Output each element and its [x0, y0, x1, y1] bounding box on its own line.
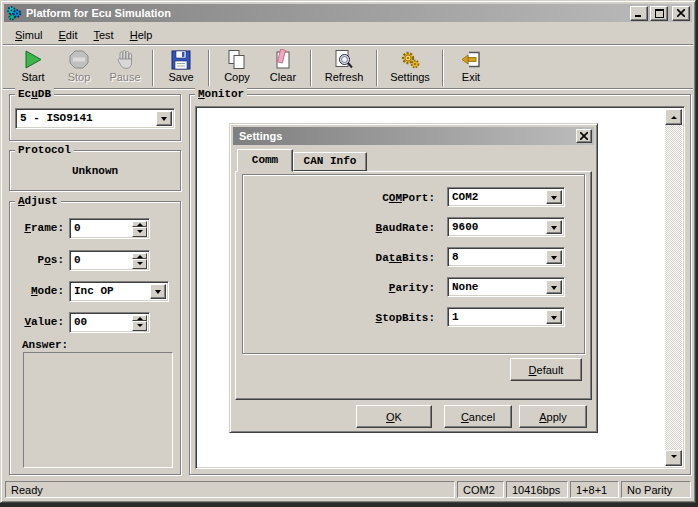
- value-label: Value:: [12, 316, 64, 328]
- tab-can-info[interactable]: CAN Info: [293, 152, 367, 171]
- chevron-down-icon[interactable]: [546, 190, 562, 204]
- ok-button[interactable]: OK: [356, 405, 432, 428]
- window-title: Platform for Ecu Simulation: [26, 7, 628, 19]
- toolbar-separator: [310, 50, 312, 86]
- dialog-title: Settings: [239, 130, 576, 142]
- scroll-up-button[interactable]: [665, 109, 682, 125]
- pos-spinner[interactable]: 0: [69, 250, 150, 271]
- chevron-down-icon[interactable]: [546, 250, 562, 264]
- mode-label: Mode:: [12, 285, 64, 297]
- parity-label: Parity:: [305, 282, 435, 294]
- status-bar: Ready COM2 10416bps 1+8+1 No Parity: [3, 478, 693, 500]
- comport-label: COMPort:: [305, 192, 435, 204]
- title-bar[interactable]: Platform for Ecu Simulation: [4, 4, 692, 22]
- monitor-group-title: Monitor: [195, 88, 247, 101]
- default-button[interactable]: Default: [510, 358, 582, 381]
- stop-sign-icon: [67, 49, 91, 71]
- databits-label: DataBits:: [305, 252, 435, 264]
- frame-spin-down[interactable]: [132, 227, 147, 237]
- exit-button[interactable]: Exit: [448, 48, 494, 88]
- chevron-down-icon[interactable]: [150, 284, 166, 299]
- chevron-down-icon[interactable]: [156, 111, 172, 126]
- save-button[interactable]: Save: [158, 48, 204, 88]
- toolbar: Start Stop Pause: [3, 47, 693, 89]
- menu-test[interactable]: Test: [85, 26, 121, 44]
- monitor-scrollbar[interactable]: [665, 109, 682, 466]
- dialog-title-bar[interactable]: Settings: [233, 127, 594, 145]
- chevron-down-icon[interactable]: [546, 280, 562, 294]
- pos-label: Pos:: [12, 254, 64, 266]
- value-spinner[interactable]: 00: [69, 312, 150, 333]
- protocol-group: Protocol Unknown: [9, 150, 181, 191]
- status-frame-format: 1+8+1: [570, 481, 619, 498]
- copy-button[interactable]: Copy: [214, 48, 260, 88]
- answer-label: Answer:: [22, 339, 68, 351]
- stopbits-value: 1: [448, 308, 546, 326]
- cancel-button[interactable]: Cancel: [444, 405, 512, 428]
- close-icon: [677, 9, 685, 17]
- app-icon: [6, 5, 22, 21]
- app-window: Platform for Ecu Simulation Simul Edit T…: [0, 0, 696, 503]
- databits-select[interactable]: 8: [447, 247, 565, 267]
- parity-value: None: [448, 278, 546, 296]
- play-icon: [21, 49, 45, 71]
- refresh-button[interactable]: Refresh: [316, 48, 372, 88]
- apply-button[interactable]: Apply: [519, 405, 587, 428]
- comport-select[interactable]: COM2: [447, 187, 565, 207]
- baudrate-label: BaudRate:: [305, 222, 435, 234]
- status-parity: No Parity: [621, 481, 691, 498]
- baudrate-value: 9600: [448, 218, 546, 236]
- scrollbar-track[interactable]: [665, 125, 682, 450]
- menu-bar: Simul Edit Test Help: [3, 25, 693, 45]
- stop-button: Stop: [56, 48, 102, 88]
- stopbits-select[interactable]: 1: [447, 307, 565, 327]
- ecudb-select-value: 5 - ISO9141: [16, 109, 156, 128]
- ecudb-select[interactable]: 5 - ISO9141: [15, 108, 175, 129]
- comport-value: COM2: [448, 188, 546, 206]
- clear-eraser-icon: [271, 49, 295, 71]
- menu-edit[interactable]: Edit: [51, 26, 86, 44]
- scroll-down-button[interactable]: [665, 450, 682, 466]
- ecudb-group-title: EcuDB: [15, 88, 54, 101]
- baudrate-select[interactable]: 9600: [447, 217, 565, 237]
- pos-value: 0: [70, 251, 132, 270]
- adjust-group: Adjust Frame: 0 Pos: 0 Mode: Inc OP Valu…: [9, 201, 181, 475]
- tab-comm[interactable]: Comm: [237, 149, 293, 172]
- floppy-disk-icon: [169, 49, 193, 71]
- adjust-group-title: Adjust: [15, 195, 61, 208]
- minimize-button[interactable]: [630, 6, 648, 21]
- status-baud-rate: 10416bps: [506, 481, 568, 498]
- toolbar-separator: [208, 50, 210, 86]
- mode-select[interactable]: Inc OP: [69, 281, 169, 302]
- status-message: Ready: [5, 481, 455, 498]
- menu-simul[interactable]: Simul: [7, 26, 51, 44]
- pause-hand-icon: [113, 49, 137, 71]
- ecudb-group: EcuDB 5 - ISO9141: [9, 94, 181, 141]
- value-spin-down[interactable]: [132, 321, 147, 331]
- answer-box: [23, 352, 173, 468]
- close-button[interactable]: [672, 6, 690, 21]
- dialog-close-button[interactable]: [576, 129, 592, 143]
- maximize-icon: [655, 9, 664, 18]
- start-button[interactable]: Start: [10, 48, 56, 88]
- toolbar-separator: [376, 50, 378, 86]
- pos-spin-down[interactable]: [132, 259, 147, 269]
- screen: Platform for Ecu Simulation Simul Edit T…: [0, 0, 698, 507]
- maximize-button[interactable]: [650, 6, 668, 21]
- protocol-group-title: Protocol: [15, 144, 74, 157]
- toolbar-separator: [152, 50, 154, 86]
- window-controls: [628, 6, 690, 21]
- chevron-down-icon[interactable]: [546, 220, 562, 234]
- frame-spinner[interactable]: 0: [69, 218, 150, 239]
- clear-button[interactable]: Clear: [260, 48, 306, 88]
- close-icon: [580, 132, 588, 140]
- mode-select-value: Inc OP: [70, 282, 150, 301]
- settings-button[interactable]: Settings: [382, 48, 438, 88]
- chevron-down-icon[interactable]: [546, 310, 562, 324]
- protocol-value: Unknown: [10, 165, 180, 177]
- menu-help[interactable]: Help: [122, 26, 161, 44]
- minimize-icon: [635, 9, 643, 18]
- status-com-port: COM2: [457, 481, 504, 498]
- scroll-up-icon: [671, 113, 677, 119]
- parity-select[interactable]: None: [447, 277, 565, 297]
